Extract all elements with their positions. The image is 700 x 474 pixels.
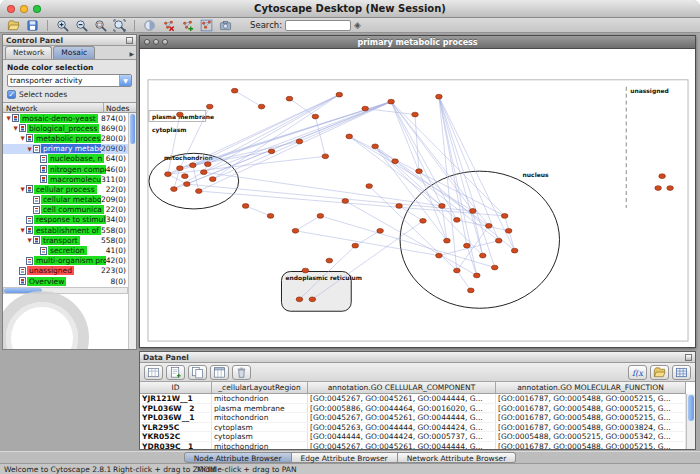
network-node[interactable]	[377, 228, 384, 233]
network-node[interactable]	[505, 228, 512, 233]
network-node[interactable]	[182, 174, 189, 179]
maximize-button[interactable]	[162, 39, 168, 45]
destroy-network-button[interactable]	[160, 18, 177, 32]
search-input[interactable]	[285, 20, 351, 31]
tree-row[interactable]: response to stimul 34(0)	[3, 215, 128, 225]
network-node[interactable]	[468, 288, 475, 293]
network-node[interactable]	[420, 218, 427, 223]
zoom-button[interactable]	[33, 5, 41, 13]
network-node[interactable]	[479, 253, 486, 258]
network-node[interactable]	[342, 199, 349, 204]
show-graphics-details-button[interactable]	[141, 18, 158, 32]
tree-row[interactable]: Overview 8(0)	[3, 276, 128, 286]
zoom-in-button[interactable]	[54, 18, 71, 32]
tab-network[interactable]: Network	[5, 46, 52, 59]
tree-row[interactable]: ▼ cellular process 22(0)	[3, 184, 128, 194]
network-node[interactable]	[412, 112, 419, 117]
tree-header-network[interactable]: Network	[3, 103, 104, 112]
close-button[interactable]	[144, 39, 150, 45]
network-node[interactable]	[177, 112, 184, 117]
destroy-network-view-button[interactable]	[198, 18, 215, 32]
zoom-fit-button[interactable]	[111, 18, 128, 32]
tree-row[interactable]: unassigned 223(0)	[3, 266, 128, 276]
tree-row[interactable]: multi-organism pro 42(0)	[3, 256, 128, 266]
tree-vertical-scrollbar[interactable]	[128, 113, 136, 349]
copy-attributes-button[interactable]	[188, 365, 207, 380]
formula-builder-button[interactable]: f(x)	[628, 365, 647, 380]
import-attributes-button[interactable]	[650, 365, 669, 380]
tree-horizontal-scrollbar[interactable]	[3, 287, 128, 294]
network-node[interactable]	[267, 213, 274, 218]
float-panel-icon[interactable]	[126, 37, 133, 44]
tree-row[interactable]: ▼ primary metabo 209(0)	[3, 144, 128, 154]
network-node[interactable]	[336, 92, 343, 97]
network-node[interactable]	[454, 268, 461, 273]
float-panel-icon[interactable]	[685, 354, 692, 361]
network-node[interactable]	[485, 223, 492, 228]
node-color-select[interactable]: transporter activity ▼	[7, 74, 132, 87]
tree-row[interactable]: ▼ mosaic-demo-yeast 874(0)	[3, 113, 128, 123]
column-header[interactable]: ID	[140, 382, 212, 393]
attribute-browser-tab[interactable]: Network Attribute Browser	[398, 452, 517, 463]
expander-icon[interactable]: ▼	[5, 115, 12, 121]
network-node[interactable]	[454, 217, 461, 222]
table-row[interactable]: YDR039C__1mitochondrion[GO:0045267, GO:0…	[140, 442, 686, 449]
network-node[interactable]	[292, 228, 299, 233]
table-row[interactable]: YPL036W__1mitochondrion[GO:0045267, GO:0…	[140, 413, 686, 423]
network-node[interactable]	[366, 184, 373, 189]
close-button[interactable]	[7, 5, 15, 13]
network-node[interactable]	[184, 182, 191, 187]
network-snapshot-button[interactable]	[217, 18, 234, 32]
scrollbar-thumb[interactable]	[688, 395, 694, 421]
network-node[interactable]	[444, 238, 451, 243]
tree-row[interactable]: cellular metabo 209(0)	[3, 195, 128, 205]
network-node[interactable]	[190, 163, 197, 168]
network-node[interactable]	[302, 268, 309, 273]
network-node[interactable]	[362, 106, 369, 111]
tree-row[interactable]: nitrogen compo 46(0)	[3, 164, 128, 174]
network-node[interactable]	[396, 204, 403, 209]
network-node[interactable]	[286, 96, 293, 101]
network-node[interactable]	[470, 209, 477, 214]
expander-icon[interactable]: ▼	[26, 146, 33, 152]
tree-header-nodes[interactable]: Nodes	[104, 103, 136, 112]
attribute-browser-tab[interactable]: Edge Attribute Browser	[292, 452, 398, 463]
column-header[interactable]: annotation.GO CELLULAR_COMPONENT	[308, 382, 496, 393]
network-node[interactable]	[322, 154, 329, 159]
select-attributes-button[interactable]	[144, 365, 163, 380]
tab-mosaic[interactable]: Mosaic	[53, 46, 95, 59]
tree-row[interactable]: ▼ biological_process 869(0)	[3, 123, 128, 133]
network-node[interactable]	[439, 204, 446, 209]
network-node[interactable]	[346, 134, 353, 139]
search-options-icon[interactable]: ◈	[354, 20, 361, 30]
tab-scroll-arrow[interactable]: ▶	[129, 50, 134, 59]
network-node[interactable]	[655, 186, 662, 191]
table-scrollbar[interactable]	[686, 394, 695, 449]
network-node[interactable]	[165, 172, 172, 177]
network-node[interactable]	[312, 114, 319, 119]
network-node[interactable]	[177, 166, 184, 171]
network-node[interactable]	[473, 273, 480, 278]
network-node[interactable]	[495, 238, 502, 243]
table-row[interactable]: YJR121W__1mitochondrion[GO:0045267, GO:0…	[140, 394, 686, 404]
network-node[interactable]	[352, 243, 359, 248]
network-node[interactable]	[326, 258, 333, 263]
tree-row[interactable]: nucleobase, n 64(0)	[3, 154, 128, 164]
network-node[interactable]	[309, 297, 316, 302]
network-node[interactable]	[659, 174, 666, 179]
minimize-button[interactable]	[153, 39, 159, 45]
network-node[interactable]	[206, 104, 213, 109]
minimize-button[interactable]	[20, 5, 28, 13]
network-window-titlebar[interactable]: primary metabolic process	[140, 36, 695, 49]
network-node[interactable]	[296, 139, 303, 144]
expander-icon[interactable]: ▼	[12, 125, 19, 131]
network-node[interactable]	[436, 253, 443, 258]
column-header[interactable]: _cellularLayoutRegion	[212, 382, 308, 393]
attribute-grid-button[interactable]	[672, 365, 691, 380]
network-node[interactable]	[501, 213, 508, 218]
delete-attribute-button[interactable]	[232, 365, 251, 380]
tree-row[interactable]: ▼ transport 558(0)	[3, 235, 128, 245]
network-node[interactable]	[242, 204, 249, 209]
attribute-browser-tab[interactable]: Node Attribute Browser	[184, 452, 292, 463]
tree-row[interactable]: ▼ establishment of lo 558(0)	[3, 225, 128, 235]
